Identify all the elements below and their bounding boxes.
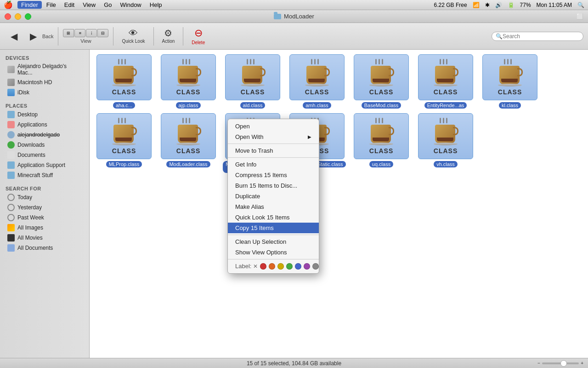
- hdd-icon: [7, 79, 15, 86]
- zoom-out-icon[interactable]: −: [537, 361, 540, 366]
- ctx-duplicate[interactable]: Duplicate: [228, 191, 319, 201]
- label-dot-purple[interactable]: [304, 263, 310, 270]
- sidebar-item-today[interactable]: Today: [2, 192, 87, 202]
- list-item[interactable]: CLASS MLProp.class: [94, 113, 154, 173]
- list-item[interactable]: CLASS ajp.class: [158, 54, 218, 109]
- ctx-quicklook[interactable]: Quick Look 15 Items: [228, 212, 319, 223]
- zoom-in-icon[interactable]: +: [581, 361, 583, 366]
- list-item[interactable]: CLASS vh.class: [416, 113, 475, 173]
- view-menu[interactable]: View: [79, 1, 99, 9]
- file-icon-entityrender[interactable]: CLASS: [418, 54, 473, 100]
- sidebar-item-yesterday[interactable]: Yesterday: [2, 202, 87, 213]
- file-name: ald.class: [240, 102, 266, 109]
- ctx-cleanup[interactable]: Clean Up Selection: [228, 236, 319, 247]
- java-cup-icon: [433, 118, 458, 145]
- sidebar-item-downloads[interactable]: Downloads: [2, 140, 87, 150]
- list-item[interactable]: CLASS aha.c...: [94, 54, 154, 109]
- list-item[interactable]: CLASS kl.class: [480, 54, 540, 109]
- sidebar-item-idisk[interactable]: iDisk: [2, 87, 87, 98]
- action-button[interactable]: ⚙ Action: [158, 27, 179, 46]
- forward-button[interactable]: ▶: [24, 30, 42, 43]
- sidebar-item-mac[interactable]: Alejandro Delgado's Mac...: [2, 62, 87, 77]
- list-item[interactable]: CLASS ald.class: [223, 54, 283, 109]
- sidebar-item-user[interactable]: alejandrodelgado: [2, 130, 87, 140]
- sidebar-item-hd[interactable]: Macintosh HD: [2, 77, 87, 87]
- label-dot-gray[interactable]: [312, 263, 319, 270]
- label-dot-yellow[interactable]: [277, 263, 284, 270]
- ctx-compress[interactable]: Compress 15 Items: [228, 170, 319, 180]
- zoom-button[interactable]: [25, 13, 31, 20]
- list-item[interactable]: CLASS BaseMod.class: [351, 54, 411, 109]
- ctx-open[interactable]: Open: [228, 121, 319, 132]
- file-name: kl.class: [499, 102, 521, 109]
- apps-icon: [7, 121, 15, 128]
- list-view-button[interactable]: ≡: [74, 29, 85, 37]
- ctx-info[interactable]: Get Info: [228, 159, 319, 170]
- file-icon-ald[interactable]: CLASS: [225, 54, 280, 100]
- sidebar-item-appsupport[interactable]: Application Support: [2, 160, 87, 170]
- file-icon-vh[interactable]: CLASS: [418, 113, 473, 159]
- search-input[interactable]: [503, 33, 576, 40]
- file-area[interactable]: CLASS aha.c... CLASS: [90, 50, 588, 358]
- help-menu[interactable]: Help: [146, 1, 166, 9]
- file-icon-kl[interactable]: CLASS: [482, 54, 537, 100]
- ctx-trash[interactable]: Move to Trash: [228, 145, 319, 156]
- sidebar-item-documents[interactable]: Documents: [2, 150, 87, 160]
- main-content: DEVICES Alejandro Delgado's Mac... Macin…: [0, 50, 588, 358]
- allimages-icon: [7, 224, 15, 231]
- label-dot-green[interactable]: [286, 263, 293, 270]
- sidebar-item-allimages[interactable]: All Images: [2, 223, 87, 233]
- ctx-sep-2: [228, 157, 319, 158]
- label-x[interactable]: ✕: [253, 263, 258, 270]
- file-icon-amh[interactable]: CLASS: [289, 54, 345, 100]
- coverflow-view-button[interactable]: ⊟: [97, 29, 108, 37]
- menubar-right: 6.22 GB Free 📶 ✱ 🔊 🔋 77% Mon 11:05 AM 🔍: [434, 2, 584, 8]
- go-menu[interactable]: Go: [100, 1, 115, 9]
- file-icon-uq[interactable]: CLASS: [354, 113, 409, 159]
- ctx-copy[interactable]: Copy 15 Items: [228, 223, 319, 233]
- file-icon-basemod[interactable]: CLASS: [354, 54, 409, 100]
- file-icon-mlprop[interactable]: CLASS: [96, 113, 152, 159]
- quicklook-button[interactable]: 👁 Quick Look: [118, 27, 148, 46]
- apple-menu[interactable]: 🍎: [4, 0, 13, 9]
- list-item[interactable]: CLASS uq.class: [351, 113, 411, 173]
- sidebar-item-pastweek[interactable]: Past Week: [2, 213, 87, 223]
- sidebar-item-allmovies[interactable]: All Movies: [2, 233, 87, 243]
- label-dot-orange[interactable]: [269, 263, 275, 270]
- close-button[interactable]: [5, 13, 11, 20]
- zoom-slider[interactable]: − +: [537, 361, 583, 366]
- maximize-icon[interactable]: ⬜: [577, 13, 583, 20]
- sidebar-item-desktop[interactable]: Desktop: [2, 109, 87, 120]
- appsupport-icon: [7, 161, 15, 169]
- column-view-button[interactable]: ⫶: [86, 29, 97, 37]
- list-item[interactable]: CLASS amh.class: [287, 54, 347, 109]
- file-menu[interactable]: File: [43, 1, 60, 9]
- edit-menu[interactable]: Edit: [61, 1, 78, 9]
- sidebar-item-minecraft[interactable]: Minecraft Stuff: [2, 170, 87, 180]
- back-button[interactable]: ◀: [5, 30, 23, 43]
- label-dot-red[interactable]: [260, 263, 266, 270]
- minimize-button[interactable]: [15, 13, 21, 20]
- idisk-icon: [7, 89, 15, 96]
- file-icon-aha[interactable]: CLASS: [96, 54, 152, 100]
- list-item[interactable]: CLASS EntityRende...as: [416, 54, 475, 109]
- ctx-viewopts[interactable]: Show View Options: [228, 247, 319, 258]
- sidebar-item-alldocs[interactable]: All Documents: [2, 243, 87, 253]
- titlebar: ModLoader ⬜: [0, 10, 588, 23]
- file-name: MLProp.class: [106, 161, 142, 167]
- ctx-alias[interactable]: Make Alias: [228, 201, 319, 212]
- file-icon-ajp[interactable]: CLASS: [161, 54, 216, 100]
- slider-thumb[interactable]: [560, 360, 567, 367]
- sidebar-item-applications[interactable]: Applications: [2, 120, 87, 130]
- ctx-openwith[interactable]: Open With ▶: [228, 132, 319, 142]
- icon-view-button[interactable]: ⊞: [63, 29, 74, 37]
- ctx-burn[interactable]: Burn 15 Items to Disc...: [228, 180, 319, 191]
- spotlight-icon[interactable]: 🔍: [577, 2, 584, 8]
- delete-button[interactable]: ⊖ Delete: [188, 25, 209, 47]
- list-item[interactable]: CLASS ModLoader.class: [158, 113, 218, 173]
- label-dot-blue[interactable]: [295, 263, 301, 270]
- window-menu[interactable]: Window: [117, 1, 145, 9]
- slider-track[interactable]: [542, 362, 579, 364]
- file-icon-modloader[interactable]: CLASS: [161, 113, 216, 159]
- finder-menu[interactable]: Finder: [17, 1, 42, 9]
